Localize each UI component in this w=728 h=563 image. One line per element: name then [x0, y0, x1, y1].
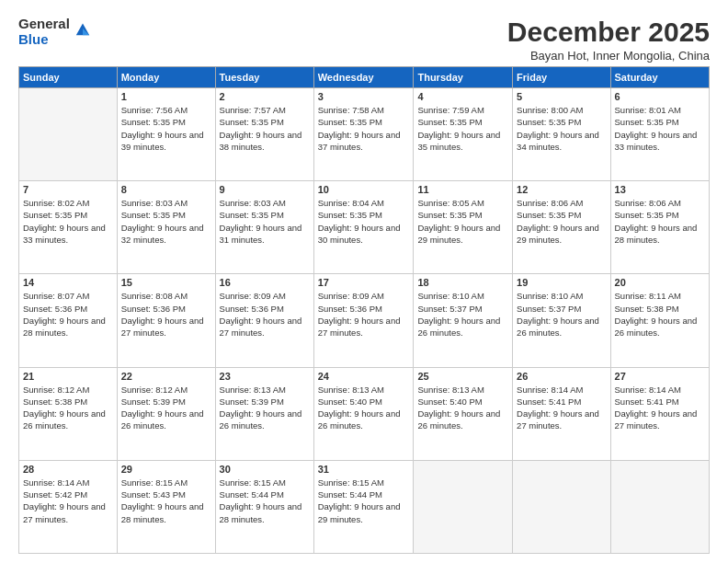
day-info: Sunrise: 8:10 AMSunset: 5:37 PMDaylight:…: [517, 290, 606, 339]
calendar-day-cell: 18Sunrise: 8:10 AMSunset: 5:37 PMDayligh…: [414, 274, 513, 367]
weekday-header-cell: Tuesday: [215, 67, 313, 88]
weekday-header-cell: Friday: [513, 67, 610, 88]
calendar-day-cell: 5Sunrise: 8:00 AMSunset: 5:35 PMDaylight…: [513, 88, 610, 181]
calendar-day-cell: 26Sunrise: 8:14 AMSunset: 5:41 PMDayligh…: [513, 367, 610, 460]
day-info: Sunrise: 8:01 AMSunset: 5:35 PMDaylight:…: [615, 104, 705, 153]
day-number: 16: [220, 277, 310, 288]
calendar-week-row: 21Sunrise: 8:12 AMSunset: 5:38 PMDayligh…: [19, 367, 710, 460]
logo-icon: [74, 20, 91, 37]
calendar-day-cell: 10Sunrise: 8:04 AMSunset: 5:35 PMDayligh…: [313, 181, 414, 274]
day-info: Sunrise: 8:02 AMSunset: 5:35 PMDaylight:…: [23, 197, 113, 246]
calendar-day-cell: [610, 460, 709, 553]
calendar-day-cell: 3Sunrise: 7:58 AMSunset: 5:35 PMDaylight…: [313, 88, 414, 181]
calendar-week-row: 14Sunrise: 8:07 AMSunset: 5:36 PMDayligh…: [19, 274, 710, 367]
day-info: Sunrise: 7:57 AMSunset: 5:35 PMDaylight:…: [220, 104, 310, 153]
day-number: 31: [318, 464, 410, 475]
day-number: 9: [220, 184, 310, 195]
calendar-day-cell: 24Sunrise: 8:13 AMSunset: 5:40 PMDayligh…: [313, 367, 414, 460]
day-number: 3: [318, 91, 410, 102]
day-number: 20: [615, 277, 705, 288]
day-info: Sunrise: 8:13 AMSunset: 5:40 PMDaylight:…: [318, 384, 410, 432]
month-title: December 2025: [507, 17, 710, 47]
day-info: Sunrise: 7:59 AMSunset: 5:35 PMDaylight:…: [417, 104, 508, 153]
day-number: 4: [417, 91, 508, 102]
calendar-day-cell: 23Sunrise: 8:13 AMSunset: 5:39 PMDayligh…: [215, 367, 313, 460]
day-info: Sunrise: 8:04 AMSunset: 5:35 PMDaylight:…: [318, 197, 410, 246]
calendar-day-cell: 4Sunrise: 7:59 AMSunset: 5:35 PMDaylight…: [414, 88, 513, 181]
day-info: Sunrise: 8:12 AMSunset: 5:38 PMDaylight:…: [23, 384, 113, 432]
day-number: 26: [517, 371, 606, 382]
calendar-day-cell: 22Sunrise: 8:12 AMSunset: 5:39 PMDayligh…: [117, 367, 215, 460]
day-info: Sunrise: 8:12 AMSunset: 5:39 PMDaylight:…: [121, 384, 211, 432]
location-subtitle: Bayan Hot, Inner Mongolia, China: [507, 49, 710, 63]
day-number: 1: [121, 91, 211, 102]
day-info: Sunrise: 7:58 AMSunset: 5:35 PMDaylight:…: [318, 104, 410, 153]
day-info: Sunrise: 8:03 AMSunset: 5:35 PMDaylight:…: [220, 197, 310, 246]
calendar-day-cell: [19, 88, 118, 181]
calendar-table: SundayMondayTuesdayWednesdayThursdayFrid…: [18, 66, 710, 554]
calendar-day-cell: 19Sunrise: 8:10 AMSunset: 5:37 PMDayligh…: [513, 274, 610, 367]
day-number: 28: [23, 464, 113, 475]
weekday-header-row: SundayMondayTuesdayWednesdayThursdayFrid…: [19, 67, 710, 88]
calendar-week-row: 28Sunrise: 8:14 AMSunset: 5:42 PMDayligh…: [19, 460, 710, 553]
calendar-day-cell: 12Sunrise: 8:06 AMSunset: 5:35 PMDayligh…: [513, 181, 610, 274]
day-info: Sunrise: 8:09 AMSunset: 5:36 PMDaylight:…: [220, 290, 310, 339]
calendar-day-cell: [513, 460, 610, 553]
calendar-day-cell: 2Sunrise: 7:57 AMSunset: 5:35 PMDaylight…: [215, 88, 313, 181]
calendar-day-cell: 31Sunrise: 8:15 AMSunset: 5:44 PMDayligh…: [313, 460, 414, 553]
day-info: Sunrise: 8:14 AMSunset: 5:41 PMDaylight:…: [615, 384, 705, 432]
day-info: Sunrise: 8:14 AMSunset: 5:42 PMDaylight:…: [23, 477, 113, 525]
day-number: 14: [23, 277, 113, 288]
day-number: 30: [220, 464, 310, 475]
calendar-day-cell: 15Sunrise: 8:08 AMSunset: 5:36 PMDayligh…: [117, 274, 215, 367]
day-info: Sunrise: 8:11 AMSunset: 5:38 PMDaylight:…: [615, 290, 705, 339]
day-number: 10: [318, 184, 410, 195]
day-info: Sunrise: 8:14 AMSunset: 5:41 PMDaylight:…: [517, 384, 606, 432]
calendar-day-cell: 13Sunrise: 8:06 AMSunset: 5:35 PMDayligh…: [610, 181, 709, 274]
calendar-day-cell: 17Sunrise: 8:09 AMSunset: 5:36 PMDayligh…: [313, 274, 414, 367]
title-block: December 2025 Bayan Hot, Inner Mongolia,…: [507, 17, 710, 63]
calendar-day-cell: 30Sunrise: 8:15 AMSunset: 5:44 PMDayligh…: [215, 460, 313, 553]
calendar-day-cell: 21Sunrise: 8:12 AMSunset: 5:38 PMDayligh…: [19, 367, 118, 460]
day-info: Sunrise: 7:56 AMSunset: 5:35 PMDaylight:…: [121, 104, 211, 153]
calendar-day-cell: [414, 460, 513, 553]
day-info: Sunrise: 8:07 AMSunset: 5:36 PMDaylight:…: [23, 290, 113, 339]
day-number: 12: [517, 184, 606, 195]
calendar-week-row: 7Sunrise: 8:02 AMSunset: 5:35 PMDaylight…: [19, 181, 710, 274]
logo-general: General: [18, 17, 70, 32]
day-info: Sunrise: 8:00 AMSunset: 5:35 PMDaylight:…: [517, 104, 606, 153]
weekday-header-cell: Sunday: [19, 67, 118, 88]
day-number: 2: [220, 91, 310, 102]
day-info: Sunrise: 8:03 AMSunset: 5:35 PMDaylight:…: [121, 197, 211, 246]
day-info: Sunrise: 8:13 AMSunset: 5:39 PMDaylight:…: [220, 384, 310, 432]
weekday-header-cell: Wednesday: [313, 67, 414, 88]
day-number: 21: [23, 371, 113, 382]
day-info: Sunrise: 8:05 AMSunset: 5:35 PMDaylight:…: [417, 197, 508, 246]
calendar-day-cell: 28Sunrise: 8:14 AMSunset: 5:42 PMDayligh…: [19, 460, 118, 553]
calendar-day-cell: 29Sunrise: 8:15 AMSunset: 5:43 PMDayligh…: [117, 460, 215, 553]
day-info: Sunrise: 8:10 AMSunset: 5:37 PMDaylight:…: [417, 290, 508, 339]
day-number: 27: [615, 371, 705, 382]
calendar-day-cell: 27Sunrise: 8:14 AMSunset: 5:41 PMDayligh…: [610, 367, 709, 460]
weekday-header-cell: Saturday: [610, 67, 709, 88]
calendar-day-cell: 6Sunrise: 8:01 AMSunset: 5:35 PMDaylight…: [610, 88, 709, 181]
day-info: Sunrise: 8:06 AMSunset: 5:35 PMDaylight:…: [517, 197, 606, 246]
day-info: Sunrise: 8:09 AMSunset: 5:36 PMDaylight:…: [318, 290, 410, 339]
day-number: 25: [417, 371, 508, 382]
logo: General Blue: [18, 17, 91, 47]
weekday-header-cell: Thursday: [414, 67, 513, 88]
header: General Blue December 2025 Bayan Hot, In…: [18, 17, 710, 63]
day-number: 24: [318, 371, 410, 382]
calendar-day-cell: 16Sunrise: 8:09 AMSunset: 5:36 PMDayligh…: [215, 274, 313, 367]
day-number: 13: [615, 184, 705, 195]
day-number: 22: [121, 371, 211, 382]
day-info: Sunrise: 8:15 AMSunset: 5:44 PMDaylight:…: [220, 477, 310, 525]
calendar-body: 1Sunrise: 7:56 AMSunset: 5:35 PMDaylight…: [19, 88, 710, 554]
calendar-day-cell: 9Sunrise: 8:03 AMSunset: 5:35 PMDaylight…: [215, 181, 313, 274]
weekday-header-cell: Monday: [117, 67, 215, 88]
day-info: Sunrise: 8:08 AMSunset: 5:36 PMDaylight:…: [121, 290, 211, 339]
day-number: 29: [121, 464, 211, 475]
calendar-day-cell: 14Sunrise: 8:07 AMSunset: 5:36 PMDayligh…: [19, 274, 118, 367]
calendar-day-cell: 8Sunrise: 8:03 AMSunset: 5:35 PMDaylight…: [117, 181, 215, 274]
calendar-day-cell: 7Sunrise: 8:02 AMSunset: 5:35 PMDaylight…: [19, 181, 118, 274]
